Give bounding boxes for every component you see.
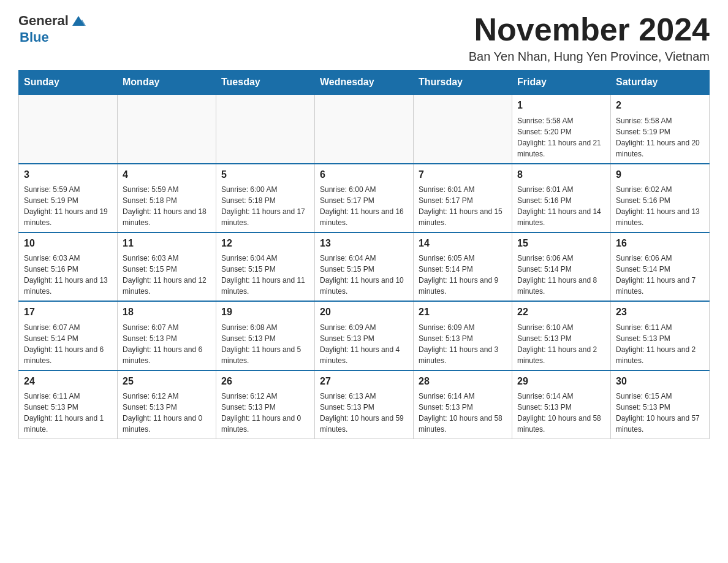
day-info: Sunrise: 5:59 AM Sunset: 5:18 PM Dayligh…	[123, 184, 211, 228]
calendar-week-2: 3Sunrise: 5:59 AM Sunset: 5:19 PM Daylig…	[19, 164, 710, 232]
calendar-cell: 7Sunrise: 6:01 AM Sunset: 5:17 PM Daylig…	[414, 164, 512, 232]
day-number: 5	[221, 168, 309, 182]
day-info: Sunrise: 6:01 AM Sunset: 5:17 PM Dayligh…	[419, 184, 507, 228]
day-number: 4	[123, 168, 211, 182]
weekday-header-sunday: Sunday	[19, 71, 118, 95]
weekday-header-friday: Friday	[512, 71, 611, 95]
weekday-header-saturday: Saturday	[611, 71, 710, 95]
day-number: 6	[320, 168, 408, 182]
day-number: 20	[320, 305, 408, 319]
calendar-cell: 18Sunrise: 6:07 AM Sunset: 5:13 PM Dayli…	[118, 301, 216, 370]
day-info: Sunrise: 6:13 AM Sunset: 5:13 PM Dayligh…	[320, 391, 408, 435]
day-number: 18	[123, 305, 211, 319]
day-info: Sunrise: 6:12 AM Sunset: 5:13 PM Dayligh…	[221, 391, 309, 435]
page-header: General Blue November 2024 Ban Yen Nhan,…	[18, 12, 710, 64]
calendar-cell: 24Sunrise: 6:11 AM Sunset: 5:13 PM Dayli…	[19, 370, 118, 439]
day-number: 2	[616, 99, 704, 112]
day-number: 16	[616, 237, 704, 250]
day-info: Sunrise: 6:15 AM Sunset: 5:13 PM Dayligh…	[616, 391, 704, 435]
day-number: 7	[419, 168, 507, 182]
calendar-cell: 28Sunrise: 6:14 AM Sunset: 5:13 PM Dayli…	[414, 370, 512, 439]
weekday-header-thursday: Thursday	[414, 71, 512, 95]
day-info: Sunrise: 6:06 AM Sunset: 5:14 PM Dayligh…	[616, 253, 704, 297]
day-info: Sunrise: 6:02 AM Sunset: 5:16 PM Dayligh…	[616, 184, 704, 228]
day-info: Sunrise: 6:00 AM Sunset: 5:18 PM Dayligh…	[221, 184, 309, 228]
calendar-week-1: 1Sunrise: 5:58 AM Sunset: 5:20 PM Daylig…	[19, 94, 710, 163]
day-info: Sunrise: 6:10 AM Sunset: 5:13 PM Dayligh…	[517, 322, 605, 366]
calendar-title: November 2024	[469, 12, 710, 47]
calendar-cell: 16Sunrise: 6:06 AM Sunset: 5:14 PM Dayli…	[611, 232, 710, 301]
logo-blue-text: Blue	[20, 29, 49, 45]
day-info: Sunrise: 6:04 AM Sunset: 5:15 PM Dayligh…	[320, 253, 408, 297]
weekday-header-monday: Monday	[118, 71, 216, 95]
day-number: 29	[517, 375, 605, 388]
calendar-week-5: 24Sunrise: 6:11 AM Sunset: 5:13 PM Dayli…	[19, 370, 710, 439]
day-info: Sunrise: 6:14 AM Sunset: 5:13 PM Dayligh…	[517, 391, 605, 435]
day-number: 28	[419, 375, 507, 388]
day-info: Sunrise: 6:01 AM Sunset: 5:16 PM Dayligh…	[517, 184, 605, 228]
day-info: Sunrise: 6:03 AM Sunset: 5:16 PM Dayligh…	[24, 253, 112, 297]
calendar-cell: 3Sunrise: 5:59 AM Sunset: 5:19 PM Daylig…	[19, 164, 118, 232]
day-info: Sunrise: 6:11 AM Sunset: 5:13 PM Dayligh…	[616, 322, 704, 366]
title-area: November 2024 Ban Yen Nhan, Hung Yen Pro…	[469, 12, 710, 64]
calendar-cell: 2Sunrise: 5:58 AM Sunset: 5:19 PM Daylig…	[611, 94, 710, 163]
calendar-cell	[216, 94, 315, 163]
day-number: 22	[517, 305, 605, 319]
calendar-cell: 27Sunrise: 6:13 AM Sunset: 5:13 PM Dayli…	[315, 370, 414, 439]
calendar-table: SundayMondayTuesdayWednesdayThursdayFrid…	[18, 70, 710, 439]
weekday-header-tuesday: Tuesday	[216, 71, 315, 95]
calendar-week-3: 10Sunrise: 6:03 AM Sunset: 5:16 PM Dayli…	[19, 232, 710, 301]
calendar-cell: 4Sunrise: 5:59 AM Sunset: 5:18 PM Daylig…	[118, 164, 216, 232]
calendar-cell: 10Sunrise: 6:03 AM Sunset: 5:16 PM Dayli…	[19, 232, 118, 301]
calendar-cell: 1Sunrise: 5:58 AM Sunset: 5:20 PM Daylig…	[512, 94, 611, 163]
day-info: Sunrise: 6:14 AM Sunset: 5:13 PM Dayligh…	[419, 391, 507, 435]
day-info: Sunrise: 6:12 AM Sunset: 5:13 PM Dayligh…	[123, 391, 211, 435]
day-info: Sunrise: 6:08 AM Sunset: 5:13 PM Dayligh…	[221, 322, 309, 366]
calendar-cell	[118, 94, 216, 163]
logo-general-text: General	[18, 13, 69, 28]
calendar-cell: 11Sunrise: 6:03 AM Sunset: 5:15 PM Dayli…	[118, 232, 216, 301]
calendar-cell: 23Sunrise: 6:11 AM Sunset: 5:13 PM Dayli…	[611, 301, 710, 370]
day-number: 24	[24, 375, 112, 388]
day-number: 9	[616, 168, 704, 182]
calendar-cell: 29Sunrise: 6:14 AM Sunset: 5:13 PM Dayli…	[512, 370, 611, 439]
calendar-week-4: 17Sunrise: 6:07 AM Sunset: 5:14 PM Dayli…	[19, 301, 710, 370]
day-number: 8	[517, 168, 605, 182]
logo-icon	[70, 12, 87, 29]
calendar-cell: 19Sunrise: 6:08 AM Sunset: 5:13 PM Dayli…	[216, 301, 315, 370]
day-info: Sunrise: 6:09 AM Sunset: 5:13 PM Dayligh…	[320, 322, 408, 366]
calendar-subtitle: Ban Yen Nhan, Hung Yen Province, Vietnam	[469, 50, 710, 64]
calendar-cell: 17Sunrise: 6:07 AM Sunset: 5:14 PM Dayli…	[19, 301, 118, 370]
day-info: Sunrise: 5:58 AM Sunset: 5:20 PM Dayligh…	[517, 115, 605, 159]
day-number: 26	[221, 375, 309, 388]
day-info: Sunrise: 6:11 AM Sunset: 5:13 PM Dayligh…	[24, 391, 112, 435]
day-number: 30	[616, 375, 704, 388]
calendar-cell: 8Sunrise: 6:01 AM Sunset: 5:16 PM Daylig…	[512, 164, 611, 232]
day-number: 17	[24, 305, 112, 319]
day-number: 14	[419, 237, 507, 250]
day-number: 15	[517, 237, 605, 250]
weekday-header-row: SundayMondayTuesdayWednesdayThursdayFrid…	[19, 71, 710, 95]
weekday-header-wednesday: Wednesday	[315, 71, 414, 95]
day-number: 21	[419, 305, 507, 319]
calendar-cell: 25Sunrise: 6:12 AM Sunset: 5:13 PM Dayli…	[118, 370, 216, 439]
day-info: Sunrise: 6:07 AM Sunset: 5:13 PM Dayligh…	[123, 322, 211, 366]
day-number: 19	[221, 305, 309, 319]
calendar-cell: 21Sunrise: 6:09 AM Sunset: 5:13 PM Dayli…	[414, 301, 512, 370]
day-number: 25	[123, 375, 211, 388]
logo: General Blue	[18, 12, 87, 45]
day-number: 3	[24, 168, 112, 182]
calendar-cell: 12Sunrise: 6:04 AM Sunset: 5:15 PM Dayli…	[216, 232, 315, 301]
day-info: Sunrise: 5:59 AM Sunset: 5:19 PM Dayligh…	[24, 184, 112, 228]
day-number: 10	[24, 237, 112, 250]
calendar-cell: 6Sunrise: 6:00 AM Sunset: 5:17 PM Daylig…	[315, 164, 414, 232]
calendar-cell: 9Sunrise: 6:02 AM Sunset: 5:16 PM Daylig…	[611, 164, 710, 232]
day-number: 23	[616, 305, 704, 319]
calendar-cell: 20Sunrise: 6:09 AM Sunset: 5:13 PM Dayli…	[315, 301, 414, 370]
day-info: Sunrise: 6:00 AM Sunset: 5:17 PM Dayligh…	[320, 184, 408, 228]
day-info: Sunrise: 6:05 AM Sunset: 5:14 PM Dayligh…	[419, 253, 507, 297]
calendar-cell: 5Sunrise: 6:00 AM Sunset: 5:18 PM Daylig…	[216, 164, 315, 232]
calendar-cell: 30Sunrise: 6:15 AM Sunset: 5:13 PM Dayli…	[611, 370, 710, 439]
day-number: 1	[517, 99, 605, 112]
day-number: 12	[221, 237, 309, 250]
